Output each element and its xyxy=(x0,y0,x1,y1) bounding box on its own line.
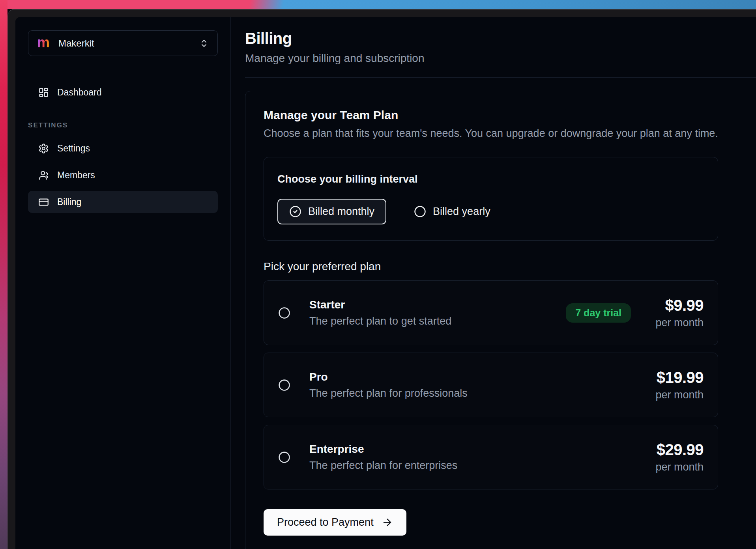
sidebar: m Makerkit Dashboard SETTINGS Settings xyxy=(15,17,231,549)
plans-section-label: Pick your preferred plan xyxy=(264,260,756,273)
sidebar-section-settings: SETTINGS xyxy=(28,121,218,129)
workspace-name: Makerkit xyxy=(58,38,199,49)
arrow-right-icon xyxy=(382,517,393,528)
gear-icon xyxy=(38,143,49,154)
sidebar-item-label: Settings xyxy=(57,143,90,154)
plan-price: $29.99 xyxy=(648,441,704,459)
plan-description: The perfect plan for professionals xyxy=(309,387,648,400)
plan-row-pro[interactable]: Pro The perfect plan for professionals $… xyxy=(264,353,718,417)
sidebar-item-label: Dashboard xyxy=(57,87,102,98)
plan-name: Pro xyxy=(309,371,648,383)
app-window: m Makerkit Dashboard SETTINGS Settings xyxy=(7,9,756,549)
app-content: m Makerkit Dashboard SETTINGS Settings xyxy=(15,17,756,549)
card-title: Manage your Team Plan xyxy=(264,108,756,122)
plan-price: $9.99 xyxy=(648,297,704,314)
radio-unchecked-icon[interactable] xyxy=(278,451,290,463)
plan-info: Enterprise The perfect plan for enterpri… xyxy=(309,443,648,472)
billing-interval-box: Choose your billing interval Billed mont… xyxy=(264,157,718,241)
plan-price: $19.99 xyxy=(648,369,704,387)
billing-interval-label: Choose your billing interval xyxy=(277,173,704,185)
plan-info: Pro The perfect plan for professionals xyxy=(309,371,648,400)
billed-monthly-label: Billed monthly xyxy=(308,205,374,218)
workspace-selector[interactable]: m Makerkit xyxy=(28,30,218,56)
sidebar-item-billing[interactable]: Billing xyxy=(28,191,218,213)
credit-card-icon xyxy=(38,197,49,207)
circle-check-icon xyxy=(289,205,301,218)
radio-unchecked-icon xyxy=(414,205,426,218)
plan-right: $19.99 per month xyxy=(648,369,704,401)
billing-interval-options: Billed monthly Billed yearly xyxy=(277,199,704,224)
page-subtitle: Manage your billing and subscription xyxy=(245,52,742,65)
layout-dashboard-icon xyxy=(38,87,49,98)
sidebar-item-label: Billing xyxy=(57,197,81,207)
plan-price-block: $19.99 per month xyxy=(648,369,704,401)
chevrons-up-down-icon xyxy=(199,39,209,48)
desktop-wallpaper-top xyxy=(0,0,756,9)
proceed-to-payment-button[interactable]: Proceed to Payment xyxy=(264,509,406,536)
plan-price-block: $29.99 per month xyxy=(648,441,704,473)
page-title: Billing xyxy=(245,30,742,47)
sidebar-item-settings[interactable]: Settings xyxy=(28,137,218,159)
plan-info: Starter The perfect plan to get started xyxy=(309,299,566,327)
radio-unchecked-icon[interactable] xyxy=(278,307,290,319)
makerkit-logo: m xyxy=(37,35,50,50)
users-icon xyxy=(38,170,49,181)
radio-unchecked-icon[interactable] xyxy=(278,379,290,391)
plan-period: per month xyxy=(648,317,704,329)
plan-right: $29.99 per month xyxy=(648,441,704,473)
plan-row-starter[interactable]: Starter The perfect plan to get started … xyxy=(264,280,718,345)
billed-yearly-option[interactable]: Billed yearly xyxy=(414,205,490,218)
plan-name: Starter xyxy=(309,299,566,311)
desktop-wallpaper-left xyxy=(0,0,7,549)
sidebar-item-label: Members xyxy=(57,170,95,181)
plan-row-enterprise[interactable]: Enterprise The perfect plan for enterpri… xyxy=(264,425,718,489)
card-subtitle: Choose a plan that fits your team's need… xyxy=(264,127,756,140)
proceed-to-payment-label: Proceed to Payment xyxy=(277,516,374,528)
sidebar-nav: Dashboard SETTINGS Settings Members Bill… xyxy=(28,81,218,213)
trial-badge: 7 day trial xyxy=(566,303,631,323)
plan-price-block: $9.99 per month xyxy=(648,297,704,329)
page-header: Billing Manage your billing and subscrip… xyxy=(245,30,756,78)
plan-right: 7 day trial $9.99 per month xyxy=(566,297,704,329)
billed-yearly-label: Billed yearly xyxy=(433,205,490,218)
main-content: Billing Manage your billing and subscrip… xyxy=(231,17,756,549)
team-plan-card: Manage your Team Plan Choose a plan that… xyxy=(245,91,756,549)
sidebar-item-dashboard[interactable]: Dashboard xyxy=(28,81,218,103)
plan-period: per month xyxy=(648,461,704,473)
plan-name: Enterprise xyxy=(309,443,648,456)
plan-description: The perfect plan for enterprises xyxy=(309,459,648,472)
plan-period: per month xyxy=(648,389,704,401)
billed-monthly-option[interactable]: Billed monthly xyxy=(277,199,386,224)
sidebar-item-members[interactable]: Members xyxy=(28,164,218,186)
plan-description: The perfect plan to get started xyxy=(309,315,566,327)
